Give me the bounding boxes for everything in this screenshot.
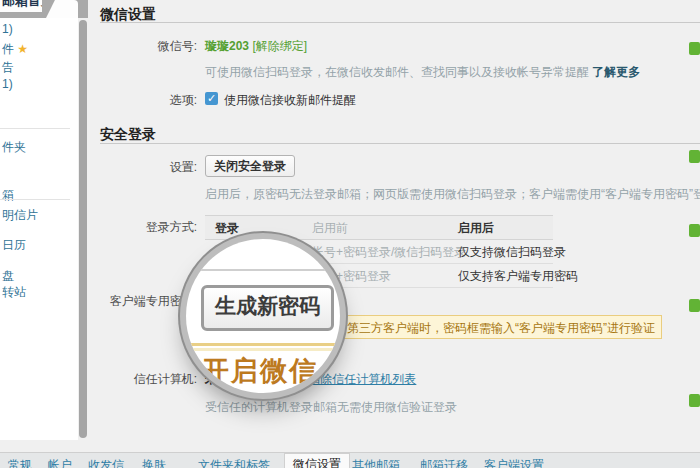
sidebar-item-mailbox[interactable]: 箱: [2, 187, 14, 204]
green-marker: [689, 224, 700, 237]
sidebar-item-postcard[interactable]: 明信片: [2, 207, 38, 224]
folder-sidebar: 1) 件 ★ 告 1) 件夹 箱 明信片 日历 盘 转站: [0, 18, 78, 440]
wechat-description: 可使用微信扫码登录，在微信收发邮件、查找同事以及接收帐号异常提醒: [205, 65, 589, 79]
green-marker: [689, 150, 700, 163]
client-password-notice: 第三方客户端时，密码框需输入“客户端专用密码”进行验证: [300, 315, 662, 339]
section-divider: [100, 22, 700, 23]
tab-folders-labels[interactable]: 文件夹和标签: [198, 457, 270, 468]
green-marker: [689, 394, 700, 407]
wechat-id-value: 璇璇203: [205, 39, 249, 53]
tab-account[interactable]: 帐户: [48, 457, 72, 468]
sidebar-item-ads[interactable]: 告: [2, 59, 14, 76]
section-title-security: 安全登录: [100, 126, 156, 144]
green-marker: [689, 299, 700, 312]
cell-web-after: 仅支持微信扫码登录: [458, 244, 566, 261]
col-header-before: 启用前: [312, 220, 348, 237]
sidebar-item-starred[interactable]: 件 ★: [2, 41, 28, 58]
tab-mail-migrate[interactable]: 邮箱迁移: [420, 457, 468, 468]
notice-text: 第三方客户端时，密码框需输入“客户端专用密码”进行验证: [347, 320, 655, 337]
cell-client-after: 仅支持客户端专用密码: [458, 268, 578, 285]
tab-other-mailbox[interactable]: 其他邮箱: [352, 457, 400, 468]
wechat-id-label: 微信号:: [87, 38, 197, 55]
trusted-computer-label: 信任计算机:: [87, 371, 197, 388]
sidebar-item-calendar[interactable]: 日历: [2, 237, 26, 254]
clear-trusted-link[interactable]: 清除信任计算机列表: [308, 372, 416, 386]
sidebar-item-folders[interactable]: 件夹: [2, 139, 26, 156]
settings-tab-bar: 常规 帐户 收发信 换肤 文件夹和标签 微信设置 其他邮箱 邮箱迁移 客户端设置: [0, 452, 700, 468]
tab-general[interactable]: 常规: [8, 457, 32, 468]
section-divider: [100, 143, 700, 144]
star-icon: ★: [17, 42, 28, 56]
sidebar-item-label: 件: [2, 42, 14, 56]
sidebar-item-disk[interactable]: 盘: [2, 268, 14, 285]
cell-web-before: 帐号+密码登录/微信扫码登录: [312, 244, 466, 261]
sidebar-next-tab[interactable]: [46, 0, 78, 18]
col-header-login: 登录: [215, 220, 239, 237]
settings-label: 设置:: [87, 159, 197, 176]
client-password-label: 客户端专用密码:: [87, 293, 197, 310]
login-method-label: 登录方式:: [87, 219, 197, 236]
green-marker: [689, 42, 700, 55]
col-header-after: 启用后: [458, 220, 494, 237]
sidebar-tab-header: 邮箱首页: [0, 0, 88, 18]
sidebar-active-tab[interactable]: 邮箱首页: [0, 0, 42, 12]
tab-send-receive[interactable]: 收发信: [88, 457, 124, 468]
checkbox-label: 使用微信接收新邮件提醒: [224, 92, 356, 109]
table-header-row: 登录 启用前 启用后: [205, 215, 553, 240]
magnified-notice-border: [186, 348, 340, 351]
tab-wechat-settings[interactable]: 微信设置: [284, 453, 350, 468]
sidebar-divider: [0, 128, 70, 129]
magnifier-overlay: 生成新密码 开启微信: [186, 239, 340, 393]
sidebar-scrollbar[interactable]: [79, 20, 87, 438]
unbind-link[interactable]: [解除绑定]: [252, 39, 307, 53]
sidebar-tab-label: 邮箱首页: [2, 0, 42, 10]
tab-skin[interactable]: 换肤: [142, 457, 166, 468]
magnified-notice-border: [186, 343, 340, 346]
options-label: 选项:: [87, 92, 197, 109]
magnified-table-border: [186, 269, 340, 271]
trusted-note: 受信任的计算机登录邮箱无需使用微信验证登录: [205, 399, 457, 416]
sidebar-item-inbox[interactable]: 1): [2, 22, 13, 36]
sidebar-item-drafts[interactable]: 1): [2, 77, 13, 91]
sidebar-divider: [0, 199, 70, 200]
close-secure-login-button[interactable]: 关闭安全登录: [205, 155, 295, 177]
tab-client-setup[interactable]: 客户端设置: [484, 457, 544, 468]
settings-page: 邮箱首页 1) 件 ★ 告 1) 件夹 箱 明信片 日历 盘 转站 微信设置 微…: [0, 0, 700, 468]
secure-login-note: 启用后，原密码无法登录邮箱；网页版需使用微信扫码登录；客户端需使用“客户端专用密…: [205, 186, 700, 203]
generate-password-button[interactable]: 生成新密码: [201, 285, 334, 331]
sidebar-item-transfer[interactable]: 转站: [2, 284, 26, 301]
learn-more-link[interactable]: 了解更多: [592, 65, 640, 79]
wechat-notify-checkbox[interactable]: ✓: [205, 92, 218, 105]
